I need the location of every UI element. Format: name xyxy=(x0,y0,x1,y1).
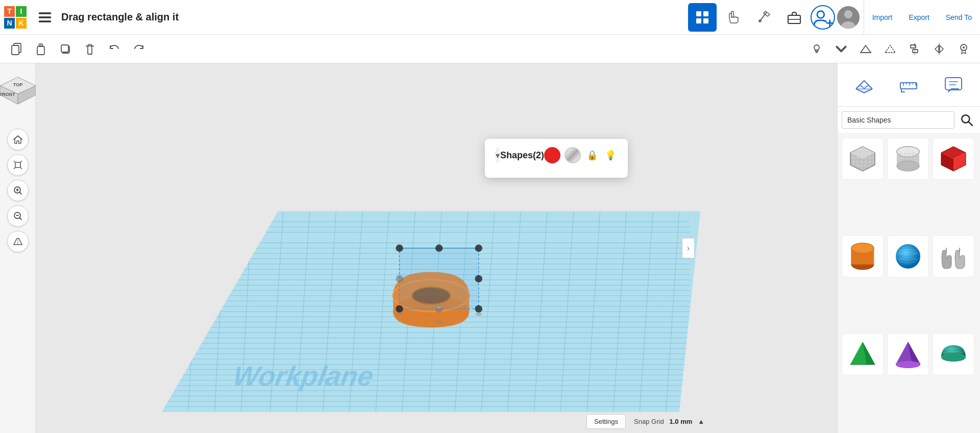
shape-box-gray[interactable] xyxy=(842,138,884,180)
svg-point-119 xyxy=(436,306,442,308)
redo-button[interactable] xyxy=(128,38,150,60)
shape-pyramid-green[interactable] xyxy=(842,333,884,375)
svg-point-118 xyxy=(436,321,442,324)
light-toggle-button[interactable] xyxy=(805,38,828,60)
svg-point-115 xyxy=(475,275,482,282)
hole-color-swatch[interactable] xyxy=(565,147,581,163)
svg-point-110 xyxy=(396,305,403,312)
svg-point-151 xyxy=(897,161,919,171)
popup-expand-button[interactable]: ▾ xyxy=(495,147,500,163)
logo-i: I xyxy=(16,6,27,17)
hands-button[interactable] xyxy=(719,3,747,32)
snap-grid-label: Snap Grid 1.0 mm ▲ xyxy=(634,418,704,425)
svg-point-112 xyxy=(435,245,443,252)
svg-rect-17 xyxy=(12,45,19,55)
light-icon[interactable]: 💡 xyxy=(603,148,618,162)
snap-arrow-icon[interactable]: ▲ xyxy=(698,418,704,425)
import-button[interactable]: Import xyxy=(864,10,901,25)
svg-rect-6 xyxy=(703,18,708,23)
solid-color-swatch[interactable] xyxy=(544,147,560,163)
shape-cone-purple[interactable] xyxy=(887,333,929,375)
svg-rect-0 xyxy=(39,12,52,14)
svg-point-170 xyxy=(851,243,874,253)
svg-point-108 xyxy=(396,245,403,252)
settings-button[interactable]: Settings xyxy=(586,414,626,429)
shape-cylinder-gray[interactable] xyxy=(887,138,929,180)
svg-rect-122 xyxy=(900,83,917,89)
shape-grid xyxy=(838,134,980,433)
paste-button[interactable] xyxy=(30,38,52,60)
duplicate-button[interactable] xyxy=(54,38,77,60)
user-avatar[interactable] xyxy=(837,6,860,29)
svg-line-132 xyxy=(969,122,972,126)
home-view-button[interactable] xyxy=(7,129,29,150)
panel-comment-icon[interactable] xyxy=(938,69,969,100)
svg-line-38 xyxy=(20,167,22,169)
send-to-button[interactable]: Send To xyxy=(938,10,980,25)
mirror-button[interactable] xyxy=(928,38,950,60)
right-panel: Basic Shapes Letters Numbers Math Symbol… xyxy=(837,63,980,433)
add-user-button[interactable] xyxy=(811,5,835,30)
svg-rect-18 xyxy=(37,46,44,55)
svg-rect-3 xyxy=(696,11,701,16)
svg-point-184 xyxy=(896,361,920,368)
menu-button[interactable] xyxy=(31,3,59,32)
zoom-out-button[interactable] xyxy=(7,205,29,227)
panel-ruler-icon[interactable] xyxy=(893,69,924,100)
svg-rect-21 xyxy=(61,45,68,52)
svg-point-14 xyxy=(844,10,852,18)
svg-point-111 xyxy=(475,305,482,312)
svg-line-42 xyxy=(19,193,21,195)
light-dropdown-button[interactable] xyxy=(830,38,852,60)
shape-sphere-blue[interactable] xyxy=(887,235,929,277)
logo-n: N xyxy=(4,18,15,29)
project-title: Drag rectangle & align it xyxy=(61,11,688,23)
normal-shape-button[interactable] xyxy=(854,38,877,60)
svg-rect-1 xyxy=(39,16,52,18)
svg-rect-4 xyxy=(703,11,708,16)
svg-point-187 xyxy=(941,353,966,362)
lock-icon[interactable]: 🔒 xyxy=(585,148,599,162)
svg-point-116 xyxy=(396,312,402,316)
shape-box-red[interactable] xyxy=(933,138,974,180)
copy-button[interactable] xyxy=(5,38,28,60)
snap-label-text: Snap Grid xyxy=(634,418,664,425)
3d-viewport[interactable]: Workplane xyxy=(36,63,837,433)
pickaxe-button[interactable] xyxy=(749,3,778,32)
popup-icons: 🔒 💡 xyxy=(544,147,618,163)
texture-button[interactable] xyxy=(952,38,975,60)
fit-view-button[interactable] xyxy=(7,154,29,176)
action-buttons-group: Import Export Send To xyxy=(864,0,980,34)
cube-top-label: TOP xyxy=(13,82,22,87)
svg-rect-5 xyxy=(696,18,701,23)
shape-half-sphere-teal[interactable] xyxy=(933,333,974,375)
svg-rect-2 xyxy=(39,20,52,22)
logo-k: K xyxy=(16,18,27,29)
align-button[interactable] xyxy=(903,38,926,60)
shape-cylinder-orange[interactable] xyxy=(842,235,884,277)
svg-line-36 xyxy=(20,161,22,162)
panel-grid-icon[interactable] xyxy=(849,69,879,100)
svg-point-114 xyxy=(396,275,403,282)
perspective-button[interactable] xyxy=(7,231,29,252)
shape-category-dropdown[interactable]: Basic Shapes Letters Numbers Math Symbol… xyxy=(842,111,954,129)
svg-point-109 xyxy=(475,245,482,252)
svg-point-10 xyxy=(817,11,824,18)
panel-expand-arrow[interactable]: › xyxy=(682,238,694,258)
svg-rect-34 xyxy=(15,162,20,167)
bottom-bar: Settings Snap Grid 1.0 mm ▲ xyxy=(586,414,704,429)
delete-button[interactable] xyxy=(79,38,101,60)
app-logo: T I N K xyxy=(0,2,31,33)
svg-rect-19 xyxy=(39,44,43,46)
svg-line-35 xyxy=(14,161,15,162)
shape-search-button[interactable] xyxy=(958,111,976,129)
hole-shape-button[interactable] xyxy=(879,38,901,60)
shape-hands-gray[interactable] xyxy=(933,235,974,277)
svg-point-22 xyxy=(814,45,819,50)
zoom-in-button[interactable] xyxy=(7,180,29,201)
export-button[interactable]: Export xyxy=(900,10,937,25)
briefcase-button[interactable] xyxy=(780,3,808,32)
undo-button[interactable] xyxy=(103,38,126,60)
svg-rect-128 xyxy=(945,78,962,90)
grid-view-button[interactable] xyxy=(688,3,717,32)
